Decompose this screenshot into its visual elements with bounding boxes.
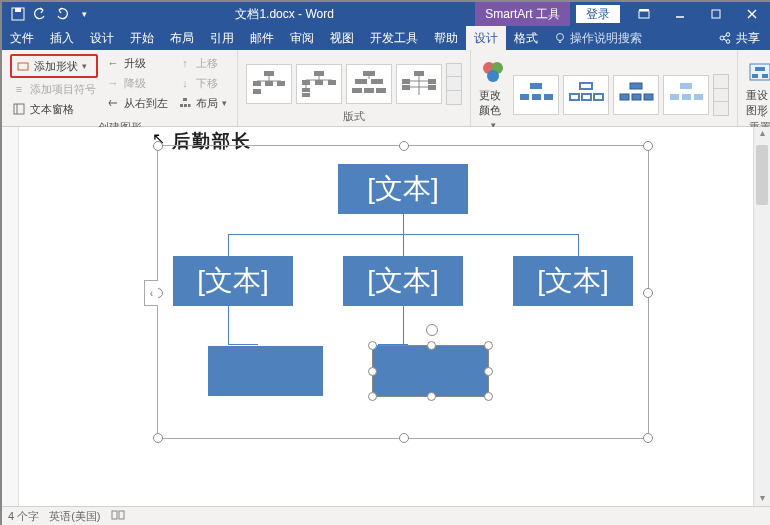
scroll-thumb[interactable] (756, 145, 768, 205)
title-bar: ▾ 文档1.docx - Word SmartArt 工具 登录 (2, 2, 770, 26)
resize-handle[interactable] (643, 288, 653, 298)
close-button[interactable] (734, 2, 770, 26)
text-pane-button[interactable]: 文本窗格 (10, 100, 98, 118)
shape-resize-handle[interactable] (368, 392, 377, 401)
status-book-icon[interactable] (111, 509, 125, 523)
shape-resize-handle[interactable] (484, 341, 493, 350)
svg-rect-64 (594, 94, 603, 100)
change-colors-button[interactable]: 更改颜色 ▾ (479, 54, 507, 130)
svg-line-14 (724, 35, 727, 37)
svg-rect-26 (253, 81, 261, 86)
tab-help[interactable]: 帮助 (426, 26, 466, 50)
smartart-node-child-2[interactable]: [文本] (343, 256, 463, 306)
smartart-node-child-1[interactable]: [文本] (173, 256, 293, 306)
shape-resize-handle[interactable] (427, 341, 436, 350)
resize-handle[interactable] (153, 433, 163, 443)
smartart-node-child-3[interactable]: [文本] (513, 256, 633, 306)
maximize-button[interactable] (698, 2, 734, 26)
svg-rect-61 (580, 83, 592, 89)
smartart-frame[interactable]: ‹ [文本] [文本] [文本] [文本] (157, 145, 649, 439)
group-label-layouts: 版式 (246, 107, 462, 124)
svg-rect-20 (180, 104, 183, 107)
promote-label: 升级 (124, 56, 146, 71)
shape-rotate-handle[interactable] (426, 324, 438, 336)
svg-rect-74 (755, 67, 765, 71)
rtl-button[interactable]: 从右到左 (104, 94, 170, 112)
resize-handle[interactable] (399, 141, 409, 151)
tell-me-search[interactable]: 操作说明搜索 (546, 26, 642, 50)
resize-handle[interactable] (153, 141, 163, 151)
scroll-up-button[interactable]: ▴ (754, 127, 770, 143)
tab-view[interactable]: 视图 (322, 26, 362, 50)
tab-review[interactable]: 审阅 (282, 26, 322, 50)
textpane-toggle[interactable]: ‹ (144, 280, 158, 306)
scroll-track[interactable] (754, 207, 770, 492)
promote-button[interactable]: ← 升级 (104, 54, 170, 72)
tab-smartart-format[interactable]: 格式 (506, 26, 546, 50)
style-thumb-3[interactable] (613, 75, 659, 115)
shape-resize-handle[interactable] (484, 367, 493, 376)
tab-reference[interactable]: 引用 (202, 26, 242, 50)
page[interactable]: ↖ 后勤部长 ‹ [文本] (32, 127, 732, 508)
resize-handle[interactable] (643, 141, 653, 151)
layout-gallery-scroll[interactable] (446, 63, 462, 105)
tab-file[interactable]: 文件 (2, 26, 42, 50)
svg-rect-76 (762, 74, 768, 78)
reset-graphic-button[interactable]: 重设图形 (746, 54, 770, 118)
layout-thumb-4[interactable] (396, 64, 442, 104)
move-up-label: 上移 (196, 56, 218, 71)
layout-thumb-2[interactable] (296, 64, 342, 104)
undo-icon (33, 7, 47, 21)
ribbon-options-button[interactable] (626, 2, 662, 26)
add-bullet-button[interactable]: ≡ 添加项目符号 (10, 80, 98, 98)
collapse-ribbon-button[interactable]: ˄ (761, 113, 766, 124)
vertical-scrollbar[interactable]: ▴ ▾ (753, 127, 770, 508)
layout-gallery[interactable] (246, 54, 462, 107)
status-language[interactable]: 英语(美国) (49, 509, 100, 524)
undo-button[interactable] (30, 4, 50, 24)
tab-mail[interactable]: 邮件 (242, 26, 282, 50)
move-up-button[interactable]: ↑ 上移 (176, 54, 229, 72)
style-gallery-scroll[interactable] (713, 74, 729, 116)
svg-rect-29 (253, 89, 261, 94)
shape-resize-handle[interactable] (484, 392, 493, 401)
tab-devtools[interactable]: 开发工具 (362, 26, 426, 50)
svg-rect-23 (264, 71, 274, 76)
save-button[interactable] (8, 4, 28, 24)
tell-me-label: 操作说明搜索 (570, 30, 642, 47)
tab-smartart-design[interactable]: 设计 (466, 26, 506, 50)
layout-thumb-3[interactable] (346, 64, 392, 104)
share-button[interactable]: 共享 (708, 26, 770, 50)
resize-handle[interactable] (399, 433, 409, 443)
style-thumb-1[interactable] (513, 75, 559, 115)
move-down-button[interactable]: ↓ 下移 (176, 74, 229, 92)
style-thumb-4[interactable] (663, 75, 709, 115)
minimize-button[interactable] (662, 2, 698, 26)
shape-resize-handle[interactable] (427, 392, 436, 401)
status-word-count[interactable]: 4 个字 (8, 509, 39, 524)
svg-rect-72 (694, 94, 703, 100)
style-thumb-2[interactable] (563, 75, 609, 115)
resize-handle[interactable] (643, 433, 653, 443)
layout-menu-button[interactable]: 布局 ▾ (176, 94, 229, 112)
lightbulb-icon (554, 32, 566, 44)
tab-design[interactable]: 设计 (82, 26, 122, 50)
svg-rect-66 (620, 94, 629, 100)
layout-thumb-1[interactable] (246, 64, 292, 104)
add-shape-button[interactable]: 添加形状 ▾ (10, 54, 98, 78)
node-text: [文本] (197, 262, 269, 300)
qat-customize-button[interactable]: ▾ (74, 4, 94, 24)
demote-button[interactable]: → 降级 (104, 74, 170, 92)
smartart-node-grandchild-1[interactable] (208, 346, 323, 396)
tab-layout[interactable]: 布局 (162, 26, 202, 50)
svg-rect-53 (428, 85, 436, 90)
smartart-node-grandchild-2[interactable] (373, 346, 488, 396)
smartart-node-root[interactable]: [文本] (338, 164, 468, 214)
style-gallery[interactable] (513, 54, 729, 130)
tab-insert[interactable]: 插入 (42, 26, 82, 50)
tab-start[interactable]: 开始 (122, 26, 162, 50)
redo-button[interactable] (52, 4, 72, 24)
login-button[interactable]: 登录 (576, 5, 620, 23)
shape-resize-handle[interactable] (368, 341, 377, 350)
shape-resize-handle[interactable] (368, 367, 377, 376)
